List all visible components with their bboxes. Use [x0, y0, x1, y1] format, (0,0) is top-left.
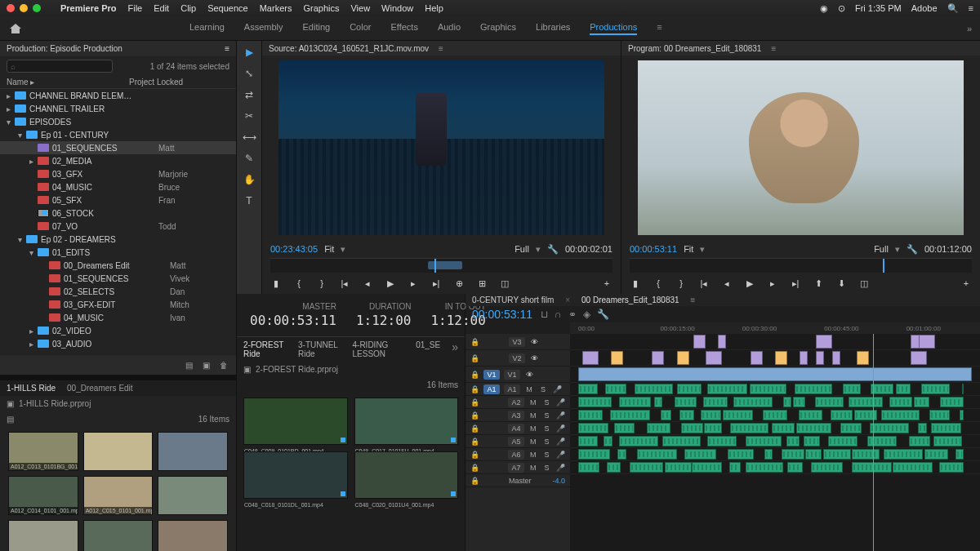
export-frame-icon[interactable]: ◫ [858, 278, 870, 289]
clip-segment[interactable] [728, 449, 754, 460]
clip-segment[interactable] [675, 397, 697, 407]
clip-segment[interactable] [729, 462, 741, 473]
clip-segment[interactable] [578, 367, 972, 381]
thumb[interactable] [158, 476, 228, 515]
clip-segment[interactable] [723, 410, 753, 420]
program-zoom[interactable]: Fit [684, 244, 693, 254]
master-track-header[interactable]: 🔒Master-4.0 [466, 474, 570, 487]
clip-segment[interactable] [940, 397, 964, 407]
clip-segment[interactable] [763, 410, 788, 420]
clip-segment[interactable] [578, 423, 608, 433]
clip-segment[interactable] [772, 423, 794, 433]
clock[interactable]: Fri 1:35 PM [855, 3, 902, 13]
mark-out-icon[interactable]: } [675, 278, 687, 289]
seq-tab-2[interactable]: 3-TUNNEL Ride [298, 340, 341, 358]
button-editor-icon[interactable]: + [601, 278, 612, 289]
source-scrubber[interactable] [270, 258, 612, 273]
thumb[interactable]: A012_C016_0101_001.mp4 [158, 520, 228, 551]
play-icon[interactable]: ▶ [744, 278, 755, 289]
app-name[interactable]: Premiere Pro [60, 3, 116, 13]
col-name[interactable]: Name ▸ [7, 78, 129, 87]
clip-segment[interactable] [614, 423, 635, 433]
filter-icon[interactable]: ▤ [7, 415, 14, 424]
seq-tab-1[interactable]: 2-FOREST Ride [243, 340, 287, 358]
timeline-tracks[interactable] [570, 334, 980, 551]
hand-tool-icon[interactable]: ✋ [243, 173, 256, 186]
go-in-icon[interactable]: |◂ [698, 278, 710, 289]
clip-thumb[interactable]: C048_C020_0101U4_001.mp4 [354, 451, 459, 499]
clip-segment[interactable] [804, 436, 820, 447]
clip-segment[interactable] [704, 423, 722, 433]
thumb[interactable] [83, 520, 154, 551]
clip-segment[interactable] [578, 449, 610, 460]
ws-audio[interactable]: Audio [438, 22, 461, 35]
tree-row[interactable]: ▸02_MEDIA [0, 154, 236, 167]
clip-segment[interactable] [787, 462, 803, 473]
menu-clip[interactable]: Clip [180, 3, 196, 13]
minimize-window-icon[interactable] [20, 4, 28, 12]
clip-segment[interactable] [619, 436, 658, 447]
tree-row[interactable]: ▾Ep 02 - DREAMERS [0, 233, 236, 246]
col-status[interactable]: Project Locked [129, 78, 229, 87]
clip-segment[interactable] [718, 335, 726, 349]
clip-thumb[interactable]: C048_C017_0101FU_001.mp4 [354, 398, 459, 445]
mark-out-icon[interactable]: { [653, 278, 664, 289]
clip-segment[interactable] [857, 351, 869, 365]
button-editor-icon[interactable]: + [960, 278, 972, 289]
thumb[interactable] [8, 520, 78, 551]
clip-segment[interactable] [832, 351, 840, 365]
program-viewport[interactable] [638, 60, 964, 235]
slip-tool-icon[interactable]: ⟷ [243, 131, 256, 144]
clip-segment[interactable] [707, 384, 748, 394]
menu-file[interactable]: File [127, 3, 142, 13]
step-back-icon[interactable]: ◂ [721, 278, 733, 289]
clip-segment[interactable] [840, 423, 862, 433]
tree-row[interactable]: 07_VOTodd [0, 220, 236, 233]
tl-close-icon[interactable]: × [565, 295, 570, 304]
clip-segment[interactable] [909, 436, 930, 447]
clip-segment[interactable] [611, 351, 623, 365]
source-res[interactable]: Full [514, 244, 529, 254]
ws-menu-icon[interactable]: ≡ [657, 22, 662, 35]
seq-tab-4[interactable]: 01_SE [416, 340, 440, 358]
ws-learning[interactable]: Learning [189, 22, 225, 35]
clip-segment[interactable] [956, 449, 964, 460]
clip-segment[interactable] [654, 397, 662, 407]
ws-effects[interactable]: Effects [390, 22, 417, 35]
clip-segment[interactable] [793, 397, 805, 407]
audio-track-header[interactable]: 🔒A5MS🎤 [466, 435, 570, 448]
ws-graphics[interactable]: Graphics [480, 22, 516, 35]
clip-segment[interactable] [796, 423, 831, 433]
clip-segment[interactable] [919, 335, 935, 349]
source-zoom[interactable]: Fit [324, 244, 334, 254]
clip-segment[interactable] [933, 436, 962, 447]
clip-segment[interactable] [815, 397, 843, 407]
clip-segment[interactable] [881, 410, 920, 420]
ws-libraries[interactable]: Libraries [536, 22, 570, 35]
source-viewport[interactable] [278, 60, 604, 235]
tree-row[interactable]: ▾Ep 01 - CENTURY [0, 128, 236, 141]
clip-segment[interactable] [924, 449, 947, 460]
link-icon[interactable]: ⚭ [568, 309, 577, 320]
clip-segment[interactable] [893, 462, 933, 473]
tree-row[interactable]: ▸CHANNEL BRAND ELEMENTS [0, 89, 236, 102]
clip-segment[interactable] [914, 397, 929, 407]
audio-track-header[interactable]: 🔒A1A1MS🎤 [466, 383, 570, 396]
clip-segment[interactable] [962, 384, 964, 394]
thumb[interactable]: A012_C013_0101BG_001.mp4 [8, 432, 78, 471]
clip-segment[interactable] [692, 462, 722, 473]
ws-productions[interactable]: Productions [590, 22, 637, 35]
clip-segment[interactable] [811, 462, 843, 473]
clip-segment[interactable] [635, 384, 672, 394]
audio-track-header[interactable]: 🔒A2MS🎤 [466, 396, 570, 409]
tree-row[interactable]: ▾EPISODES [0, 115, 236, 128]
tree-row[interactable]: ▸02_VIDEO [0, 324, 236, 337]
clip-segment[interactable] [931, 423, 961, 433]
clip-segment[interactable] [746, 436, 782, 447]
clip-segment[interactable] [764, 449, 773, 460]
production-search[interactable]: ⌕ [7, 60, 113, 73]
play-icon[interactable]: ▶ [385, 278, 396, 289]
ripple-tool-icon[interactable]: ⇄ [243, 88, 256, 101]
clip-segment[interactable] [775, 351, 787, 365]
tree-row[interactable]: ▾01_EDITS [0, 246, 236, 259]
